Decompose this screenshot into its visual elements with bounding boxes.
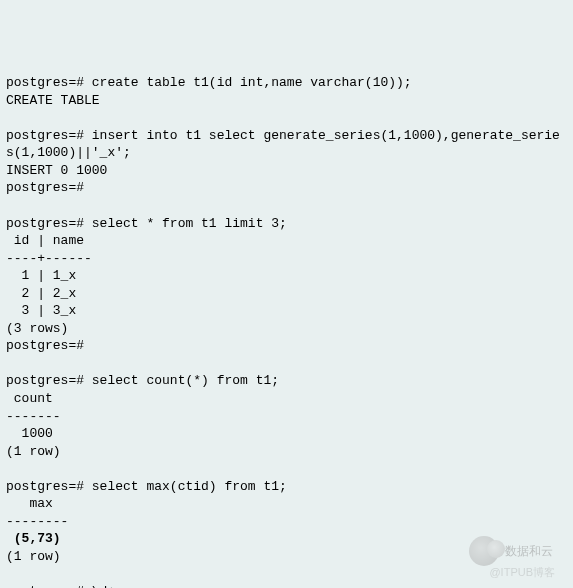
terminal-line: postgres=# select count(*) from t1;: [6, 372, 567, 390]
terminal-line: 1 | 1_x: [6, 267, 567, 285]
terminal-line: s(1,1000)||'_x';: [6, 144, 567, 162]
terminal-line: count: [6, 390, 567, 408]
terminal-line: (3 rows): [6, 320, 567, 338]
terminal-line: (1 row): [6, 443, 567, 461]
terminal-line: CREATE TABLE: [6, 92, 567, 110]
terminal-line: id | name: [6, 232, 567, 250]
terminal-line: 1000: [6, 425, 567, 443]
watermark-secondary: @ITPUB博客: [489, 565, 555, 580]
terminal-line: [6, 197, 567, 215]
terminal-line: -------: [6, 408, 567, 426]
terminal-line: [6, 355, 567, 373]
terminal-line: [6, 566, 567, 584]
terminal-line: postgres=# select * from t1 limit 3;: [6, 215, 567, 233]
terminal-line: max: [6, 495, 567, 513]
terminal-line: postgres=# create table t1(id int,name v…: [6, 74, 567, 92]
terminal-line: postgres=#: [6, 179, 567, 197]
terminal-line: ----+------: [6, 250, 567, 268]
terminal-line: 2 | 2_x: [6, 285, 567, 303]
terminal-line: --------: [6, 513, 567, 531]
terminal-line: postgres=#: [6, 337, 567, 355]
terminal-line: postgres=# select max(ctid) from t1;: [6, 478, 567, 496]
terminal-line: [6, 460, 567, 478]
terminal-output: postgres=# create table t1(id int,name v…: [6, 74, 567, 588]
terminal-line: INSERT 0 1000: [6, 162, 567, 180]
watermark-text: 数据和云: [505, 543, 553, 559]
terminal-line: [6, 109, 567, 127]
terminal-line: postgres=# \d+: [6, 583, 567, 588]
terminal-line: 3 | 3_x: [6, 302, 567, 320]
terminal-line: postgres=# insert into t1 select generat…: [6, 127, 567, 145]
watermark-icon: [469, 536, 499, 566]
watermark-logo: 数据和云: [469, 536, 553, 566]
